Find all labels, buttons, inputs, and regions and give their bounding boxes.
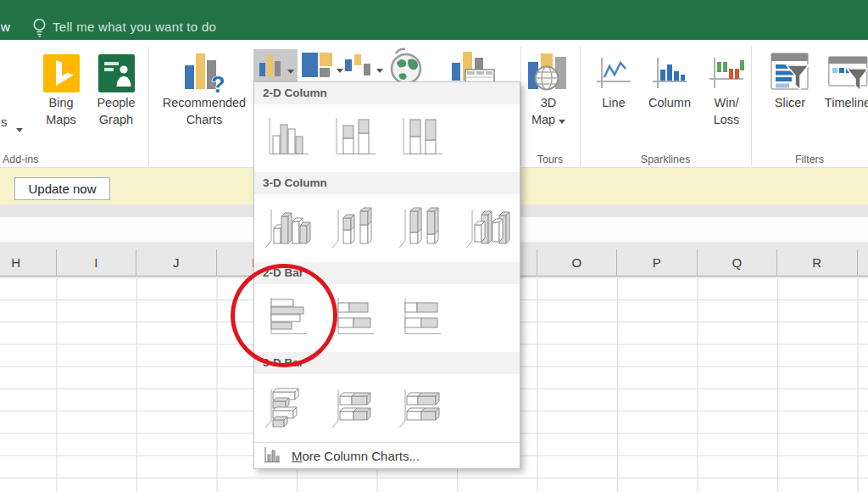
- column-header-P[interactable]: P: [617, 249, 698, 277]
- chart-thumb-col3d-stacked[interactable]: [328, 199, 381, 257]
- group-label-addins: Add-ins: [3, 154, 53, 167]
- chart-thumb-col-clustered[interactable]: [261, 109, 314, 167]
- menu-section-header: 2-D Column: [254, 82, 520, 104]
- more-column-charts-item[interactable]: More Column Charts...: [254, 442, 520, 469]
- 3d-map-label: Map: [531, 111, 565, 128]
- recommended-charts-label: Recommended: [163, 94, 246, 111]
- chart-thumb-col-100[interactable]: [395, 109, 448, 167]
- recommended-charts-label: Charts: [186, 111, 223, 128]
- slicer-label: Slicer: [775, 94, 805, 111]
- sparkline-winloss-label: Win/: [715, 94, 739, 111]
- column-chart-icon: [259, 53, 283, 80]
- recommended-charts-button[interactable]: ? Recommended Charts: [153, 52, 256, 128]
- chevron-down-icon: [376, 61, 383, 76]
- sparkline-winloss-label: Loss: [714, 111, 740, 128]
- 3d-map-button[interactable]: 3D Map: [518, 52, 579, 128]
- menu-section-header: 3-D Column: [254, 172, 520, 194]
- timeline-icon: [828, 52, 868, 94]
- chart-thumb-bar3d-100[interactable]: [395, 379, 448, 437]
- lightbulb-icon: [31, 17, 48, 38]
- red-circle-annotation: [231, 264, 337, 367]
- people-graph-button[interactable]: People Graph: [86, 52, 146, 128]
- chart-thumb-bar3d-stacked[interactable]: [328, 379, 381, 437]
- chart-thumb-bar-100[interactable]: [395, 289, 448, 347]
- chevron-down-icon: [337, 61, 343, 76]
- recommended-charts-icon: ?: [184, 52, 225, 94]
- 3d-map-icon: [526, 52, 570, 94]
- slicer-button[interactable]: Slicer: [764, 52, 816, 111]
- group-separator: [148, 47, 149, 165]
- svg-text:?: ?: [211, 72, 225, 94]
- insert-hierarchy-chart-button[interactable]: [302, 50, 344, 81]
- title-bar: w Tell me what you want to do: [0, 0, 868, 40]
- insert-map-chart-button[interactable]: [386, 48, 426, 85]
- sparkline-line-button[interactable]: Line: [591, 52, 637, 111]
- people-graph-icon: [98, 52, 135, 94]
- excel-window: w Tell me what you want to do s Bing Map…: [0, 0, 868, 492]
- my-addins-button-partial[interactable]: s: [1, 115, 8, 129]
- bing-maps-button[interactable]: Bing Maps: [31, 52, 91, 128]
- sparkline-winloss-button[interactable]: Win/ Loss: [700, 52, 753, 128]
- chart-thumb-col3d-100[interactable]: [395, 199, 448, 257]
- group-label-tours: Tours: [520, 154, 580, 167]
- chart-thumb-bar3d-clustered[interactable]: [261, 379, 314, 437]
- hierarchy-chart-icon: [302, 52, 333, 81]
- sparkline-column-icon: [651, 52, 688, 94]
- group-label-filters: Filters: [751, 154, 868, 167]
- chart-thumb-col3d-clustered[interactable]: [261, 199, 314, 257]
- column-header-R[interactable]: R: [777, 249, 858, 277]
- sparkline-line-label: Line: [602, 94, 625, 111]
- pivotchart-button[interactable]: [451, 50, 500, 84]
- timeline-label: Timeline: [825, 94, 868, 111]
- column-header-Q[interactable]: Q: [698, 249, 778, 277]
- timeline-button[interactable]: Timeline: [819, 52, 868, 111]
- menu-section-row: [254, 374, 520, 442]
- chart-menu-sections: 2-D Column3-D Column2-D Bar3-D Bar: [254, 82, 520, 442]
- chart-thumb-col3d-plain[interactable]: [462, 199, 515, 257]
- people-graph-label: People: [97, 94, 135, 111]
- sparkline-column-label: Column: [648, 94, 691, 111]
- insert-waterfall-chart-button[interactable]: [345, 50, 384, 81]
- more-column-charts-label: More Column Charts...: [292, 449, 420, 463]
- chevron-down-icon: [287, 62, 294, 77]
- bing-maps-icon: [43, 52, 80, 94]
- menu-section-row: [254, 104, 520, 172]
- chart-thumb-col-stacked[interactable]: [328, 109, 381, 167]
- ribbon-tab-partial[interactable]: w: [1, 20, 10, 34]
- column-header-I[interactable]: I: [57, 249, 137, 277]
- sparkline-winloss-icon: [708, 52, 745, 94]
- people-graph-label: Graph: [99, 111, 133, 128]
- slicer-icon: [771, 52, 810, 94]
- more-charts-icon: [263, 445, 281, 467]
- update-now-button[interactable]: Update now: [14, 177, 110, 200]
- group-separator: [580, 47, 581, 165]
- sparkline-column-button[interactable]: Column: [642, 52, 698, 111]
- bing-maps-label: Maps: [46, 111, 75, 128]
- insert-column-chart-button[interactable]: [253, 49, 298, 81]
- column-header-J[interactable]: J: [136, 249, 217, 277]
- chevron-down-icon: [559, 111, 565, 128]
- waterfall-chart-icon: [345, 53, 372, 81]
- column-header-H[interactable]: H: [0, 249, 57, 277]
- chevron-down-icon: [16, 120, 23, 136]
- bing-maps-label: Bing: [48, 94, 73, 111]
- 3d-map-label: 3D: [541, 94, 557, 111]
- tell-me-box[interactable]: Tell me what you want to do: [53, 20, 216, 34]
- group-label-sparklines: Sparklines: [580, 154, 751, 167]
- menu-section-row: [254, 194, 520, 262]
- column-header-O[interactable]: O: [537, 249, 618, 277]
- sparkline-line-icon: [595, 52, 632, 94]
